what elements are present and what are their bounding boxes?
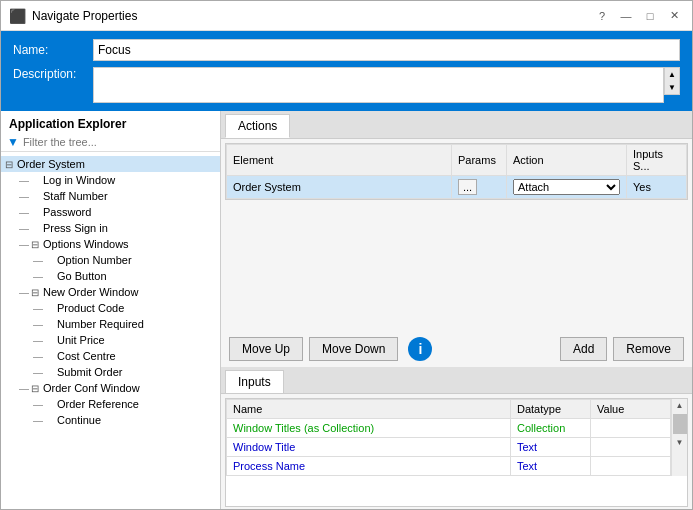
tree-label: Staff Number	[43, 190, 108, 202]
inputs-table-wrapper: Name Datatype Value Window Titles (as Co…	[226, 399, 687, 476]
inputs-cell-value[interactable]	[591, 438, 671, 457]
col-params: Params	[452, 145, 507, 176]
tree-item-submit-order[interactable]: —Submit Order	[1, 364, 220, 380]
actions-tab-bar: Actions	[221, 111, 692, 139]
actions-cell-element: Order System	[227, 176, 452, 199]
tree-label: Cost Centre	[57, 350, 116, 362]
tree-item-password[interactable]: —Password	[1, 204, 220, 220]
move-up-button[interactable]: Move Up	[229, 337, 303, 361]
minimize-button[interactable]: —	[616, 6, 636, 26]
action-select[interactable]: AttachClickTypeNavigate	[513, 179, 620, 195]
tree-item-number-required[interactable]: —Number Required	[1, 316, 220, 332]
actions-cell-params[interactable]: ...	[452, 176, 507, 199]
close-button[interactable]: ✕	[664, 6, 684, 26]
scroll-down[interactable]: ▼	[674, 436, 686, 449]
tree-item-press-sign-in[interactable]: —Press Sign in	[1, 220, 220, 236]
params-button[interactable]: ...	[458, 179, 477, 195]
inputs-cell-name: Window Titles (as Collection)	[227, 419, 511, 438]
tree-connector: —	[33, 415, 43, 426]
tree-connector: —	[19, 223, 29, 234]
tree-label: Press Sign in	[43, 222, 108, 234]
filter-icon: ▼	[7, 135, 19, 149]
remove-button[interactable]: Remove	[613, 337, 684, 361]
tree-item-unit-price[interactable]: —Unit Price	[1, 332, 220, 348]
table-row[interactable]: Window TitleText	[227, 438, 671, 457]
tree-item-continue[interactable]: —Continue	[1, 412, 220, 428]
scroll-down-arrow[interactable]: ▼	[665, 81, 679, 94]
actions-cell-action[interactable]: AttachClickTypeNavigate	[507, 176, 627, 199]
name-label: Name:	[13, 43, 93, 57]
tree-item-staff-number[interactable]: —Staff Number	[1, 188, 220, 204]
help-button[interactable]: ?	[592, 6, 612, 26]
tree-expand-icon[interactable]: ⊟	[5, 159, 17, 170]
buttons-row: Move Up Move Down i Add Remove	[221, 331, 692, 367]
tree-item-options-windows[interactable]: —⊟Options Windows	[1, 236, 220, 252]
inputs-cell-datatype: Text	[511, 438, 591, 457]
filter-input[interactable]	[23, 136, 214, 148]
tree-item-product-code[interactable]: —Product Code	[1, 300, 220, 316]
info-icon[interactable]: i	[408, 337, 432, 361]
maximize-button[interactable]: □	[640, 6, 660, 26]
table-row[interactable]: Order System...AttachClickTypeNavigateYe…	[227, 176, 687, 199]
inputs-tab-bar: Inputs	[221, 367, 692, 394]
col-inputs-s: Inputs S...	[627, 145, 687, 176]
actions-table: Element Params Action Inputs S... Order …	[226, 144, 687, 199]
tree-expand-icon[interactable]: ⊟	[31, 239, 43, 250]
col-action: Action	[507, 145, 627, 176]
tree-connector: —	[19, 383, 29, 394]
tree-connector: —	[33, 319, 43, 330]
col-element: Element	[227, 145, 452, 176]
tree-connector: —	[19, 207, 29, 218]
inputs-scroll-container: Name Datatype Value Window Titles (as Co…	[226, 399, 671, 476]
table-row[interactable]: Process NameText	[227, 457, 671, 476]
tree-item-cost-centre[interactable]: —Cost Centre	[1, 348, 220, 364]
inputs-header-row: Name Datatype Value	[227, 400, 671, 419]
inputs-cell-value[interactable]	[591, 457, 671, 476]
tab-actions[interactable]: Actions	[225, 114, 290, 138]
explorer-title: Application Explorer	[1, 111, 220, 133]
tree-label: Submit Order	[57, 366, 122, 378]
tree-item-go-button[interactable]: —Go Button	[1, 268, 220, 284]
inputs-scrollbar[interactable]: ▲ ▼	[671, 399, 687, 476]
tree-connector: —	[33, 335, 43, 346]
tab-inputs[interactable]: Inputs	[225, 370, 284, 393]
scroll-up-arrow[interactable]: ▲	[665, 68, 679, 81]
title-bar: ⬛ Navigate Properties ? — □ ✕	[1, 1, 692, 31]
inputs-col-datatype: Datatype	[511, 400, 591, 419]
tree-label: Order Reference	[57, 398, 139, 410]
scroll-up[interactable]: ▲	[674, 399, 686, 412]
tree-connector: —	[33, 303, 43, 314]
tree-item-order-reference[interactable]: —Order Reference	[1, 396, 220, 412]
move-down-button[interactable]: Move Down	[309, 337, 398, 361]
tree-label: Order System	[17, 158, 85, 170]
tree-expand-icon[interactable]: ⊟	[31, 383, 43, 394]
name-input[interactable]	[93, 39, 680, 61]
table-row[interactable]: Window Titles (as Collection)Collection	[227, 419, 671, 438]
tree-item-order-conf-window[interactable]: —⊟Order Conf Window	[1, 380, 220, 396]
tree-item-order-system[interactable]: ⊟Order System	[1, 156, 220, 172]
description-input[interactable]	[93, 67, 664, 103]
tree-label: Option Number	[57, 254, 132, 266]
title-bar-controls: ? — □ ✕	[592, 6, 684, 26]
left-panel: Application Explorer ▼ ⊟Order System—Log…	[1, 111, 221, 510]
inputs-col-value: Value	[591, 400, 671, 419]
window-title: Navigate Properties	[32, 9, 137, 23]
tree-item-option-number[interactable]: —Option Number	[1, 252, 220, 268]
tree-label: Options Windows	[43, 238, 129, 250]
actions-cell-inputs-s: Yes	[627, 176, 687, 199]
tree-expand-icon[interactable]: ⊟	[31, 287, 43, 298]
tree-label: Number Required	[57, 318, 144, 330]
inputs-cell-value[interactable]	[591, 419, 671, 438]
actions-header-row: Element Params Action Inputs S...	[227, 145, 687, 176]
add-button[interactable]: Add	[560, 337, 607, 361]
tree-item-log-in-window[interactable]: —Log in Window	[1, 172, 220, 188]
tree-label: Password	[43, 206, 91, 218]
tree-connector: —	[33, 255, 43, 266]
scroll-thumb[interactable]	[673, 414, 687, 434]
inputs-table-area: Name Datatype Value Window Titles (as Co…	[225, 398, 688, 507]
inputs-cell-datatype: Collection	[511, 419, 591, 438]
app-icon: ⬛	[9, 8, 26, 24]
inputs-cell-datatype: Text	[511, 457, 591, 476]
tree-item-new-order-window[interactable]: —⊟New Order Window	[1, 284, 220, 300]
tree-label: Unit Price	[57, 334, 105, 346]
